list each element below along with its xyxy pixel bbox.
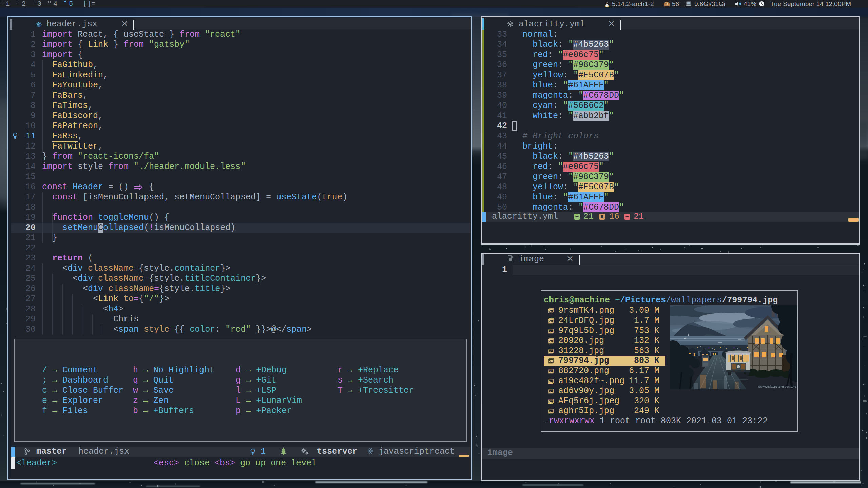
svg-text:9: 9 bbox=[737, 365, 739, 369]
svg-text:www.DesktopBackground.org: www.DesktopBackground.org bbox=[758, 385, 796, 388]
